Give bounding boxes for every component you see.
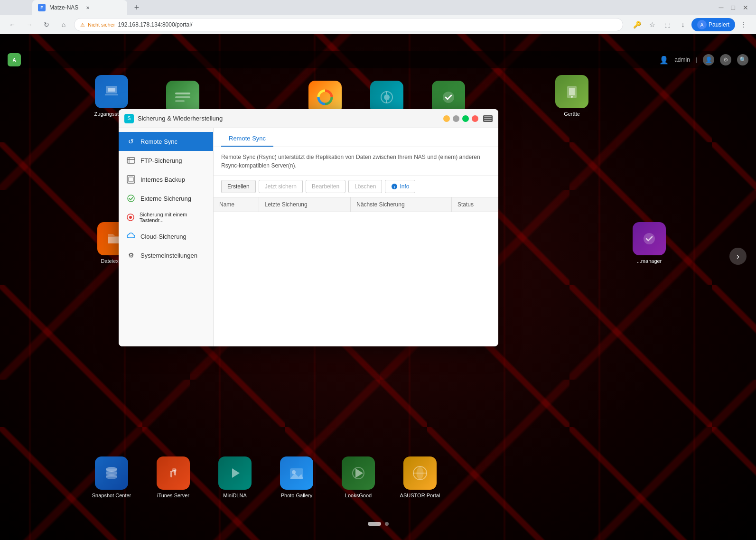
asustor-logo[interactable]: A bbox=[8, 53, 21, 66]
browser-chrome: F Matze-NAS ✕ + ─ □ ✕ ← → ↻ ⌂ ⚠ Nicht si… bbox=[0, 0, 756, 34]
col-status: Status bbox=[451, 197, 498, 212]
svg-rect-3 bbox=[175, 93, 190, 94]
download-icon[interactable]: ↓ bbox=[676, 18, 690, 31]
menu-button[interactable]: ⋮ bbox=[737, 18, 750, 31]
svg-rect-13 bbox=[569, 88, 575, 95]
sidebar-item-externe-sicherung[interactable]: Externe Sicherung bbox=[119, 189, 213, 208]
col-naechste-sicherung: Nächste Sicherung bbox=[351, 197, 452, 212]
svg-rect-2 bbox=[105, 94, 118, 95]
bookmark-icon[interactable]: ☆ bbox=[646, 18, 659, 31]
url-bar[interactable]: ⚠ Nicht sicher 192.168.178.134:8000/port… bbox=[74, 18, 623, 31]
loschen-button[interactable]: Löschen bbox=[348, 180, 382, 193]
address-bar: ← → ↻ ⌂ ⚠ Nicht sicher 192.168.178.134:8… bbox=[0, 15, 756, 34]
sidebar-item-cloud[interactable]: Cloud-Sicherung bbox=[119, 227, 213, 246]
security-warning-icon: ⚠ bbox=[80, 22, 85, 28]
sidebar-item-ftp[interactable]: FTP-Sicherung bbox=[119, 151, 213, 170]
window-titlebar: S Sicherung & Wiederherstellung bbox=[119, 109, 498, 128]
back-button[interactable]: ← bbox=[6, 18, 19, 31]
icon-geraete-img bbox=[555, 75, 588, 108]
icon-minidlna-label: MiniDLNA bbox=[223, 493, 247, 498]
sidebar-item-systemeinstellungen[interactable]: ⚙ Systemeinstellungen bbox=[119, 246, 213, 265]
erstellen-button[interactable]: Erstellen bbox=[221, 180, 256, 193]
icon-zugangsstelle-img bbox=[95, 75, 128, 108]
paused-button[interactable]: A Pausiert bbox=[691, 18, 735, 31]
forward-button[interactable]: → bbox=[23, 18, 36, 31]
icon-snapshot-center[interactable]: Snapshot Center bbox=[81, 453, 142, 502]
home-button[interactable]: ⌂ bbox=[57, 18, 70, 31]
hamburger-icon[interactable] bbox=[483, 115, 493, 122]
loschen-label: Löschen bbox=[355, 183, 376, 190]
browser-tab[interactable]: F Matze-NAS ✕ bbox=[32, 0, 127, 15]
svg-marker-23 bbox=[232, 468, 240, 478]
icon-geraete[interactable]: Geräte bbox=[541, 71, 603, 121]
window-close-button[interactable]: ✕ bbox=[743, 4, 748, 11]
notifications-icon[interactable]: 👤 bbox=[703, 54, 714, 65]
ftp-icon bbox=[126, 156, 136, 165]
icon-looksgood-img bbox=[342, 456, 375, 490]
icon-photo-img bbox=[280, 456, 313, 490]
svg-marker-27 bbox=[355, 468, 363, 478]
svg-rect-35 bbox=[127, 176, 135, 183]
sidebar-item-internes-backup[interactable]: Internes Backup bbox=[119, 170, 213, 189]
icon-asustor-portal[interactable]: ASUSTOR Portal bbox=[389, 453, 451, 502]
window-maximize-btn[interactable] bbox=[462, 115, 469, 122]
next-page-arrow[interactable]: › bbox=[729, 248, 747, 265]
svg-rect-36 bbox=[129, 177, 133, 182]
remote-sync-icon: ↺ bbox=[126, 137, 136, 146]
sysbar-divider: | bbox=[696, 56, 697, 63]
sidebar-cloud-label: Cloud-Sicherung bbox=[140, 233, 187, 240]
icon-asustor-portal-img bbox=[403, 456, 437, 490]
window-minimize-btn[interactable] bbox=[443, 115, 450, 122]
remote-sync-tab[interactable]: Remote Sync bbox=[221, 131, 273, 147]
externe-icon bbox=[126, 194, 136, 203]
icon-manager[interactable]: ...manager bbox=[618, 218, 680, 268]
window-restore-btn[interactable] bbox=[453, 115, 459, 122]
icon-looksgood-label: LooksGood bbox=[345, 493, 372, 498]
icon-itunes-img bbox=[157, 456, 190, 490]
erstellen-label: Erstellen bbox=[227, 183, 250, 190]
window-toolbar: Erstellen Jetzt sichern Bearbeiten Lösch… bbox=[214, 176, 498, 197]
info-label: Info bbox=[400, 183, 409, 190]
svg-rect-20 bbox=[170, 472, 172, 477]
window-minimize-button[interactable]: ─ bbox=[719, 4, 724, 11]
reload-button[interactable]: ↻ bbox=[40, 18, 53, 31]
key-icon[interactable]: 🔑 bbox=[631, 18, 644, 31]
settings-icon[interactable]: ⚙ bbox=[720, 54, 731, 65]
page-dot-2[interactable] bbox=[385, 522, 389, 526]
window-maximize-button[interactable]: □ bbox=[731, 4, 735, 11]
page-dot-1[interactable] bbox=[368, 522, 381, 526]
info-button[interactable]: i Info bbox=[385, 180, 415, 193]
backup-icon bbox=[126, 175, 136, 184]
new-tab-button[interactable]: + bbox=[130, 1, 143, 14]
bearbeiten-button[interactable]: Bearbeiten bbox=[306, 180, 345, 193]
sidebar-ftp-label: FTP-Sicherung bbox=[140, 157, 182, 164]
svg-point-39 bbox=[129, 216, 132, 219]
icon-looksgood[interactable]: LooksGood bbox=[327, 453, 389, 502]
icon-itunes[interactable]: iTunes Server bbox=[142, 453, 204, 502]
data-table: Name Letzte Sicherung Nächste Sicherung … bbox=[214, 197, 498, 346]
info-icon: i bbox=[391, 183, 398, 190]
sysbar-right: 👤 admin | 👤 ⚙ 🔍 bbox=[659, 54, 748, 65]
search-icon[interactable]: 🔍 bbox=[737, 54, 748, 65]
icon-itunes-label: iTunes Server bbox=[157, 493, 189, 498]
icon-minidlna[interactable]: MiniDLNA bbox=[204, 453, 266, 502]
window-main: Remote Sync Remote Sync (Rsync) unterstü… bbox=[214, 128, 498, 346]
profile-avatar: A bbox=[697, 20, 707, 29]
extension-icon[interactable]: ⬚ bbox=[661, 18, 674, 31]
user-icon: 👤 bbox=[659, 56, 669, 65]
description-text: Remote Sync (Rsync) unterstützt die Repl… bbox=[221, 154, 480, 169]
backup-table: Name Letzte Sicherung Nächste Sicherung … bbox=[214, 197, 498, 212]
sidebar-item-remote-sync[interactable]: ↺ Remote Sync bbox=[119, 132, 213, 151]
jetzt-sichern-button[interactable]: Jetzt sichern bbox=[259, 180, 303, 193]
icon-geraete-label: Geräte bbox=[564, 111, 580, 117]
table-header-row: Name Letzte Sicherung Nächste Sicherung … bbox=[214, 197, 498, 212]
svg-point-8 bbox=[384, 94, 390, 100]
window-close-btn[interactable] bbox=[472, 115, 478, 122]
tab-close-button[interactable]: ✕ bbox=[84, 4, 92, 11]
icon-photo-gallery[interactable]: Photo Gallery bbox=[266, 453, 327, 502]
sidebar-externe-label: Externe Sicherung bbox=[140, 195, 191, 202]
browser-toolbar-right: 🔑 ☆ ⬚ ↓ A Pausiert ⋮ bbox=[631, 18, 750, 31]
svg-rect-4 bbox=[175, 96, 190, 98]
sidebar-item-tastendruck[interactable]: Sicherung mit einem Tastendr... bbox=[119, 208, 213, 227]
settings-icon: ⚙ bbox=[126, 251, 136, 260]
